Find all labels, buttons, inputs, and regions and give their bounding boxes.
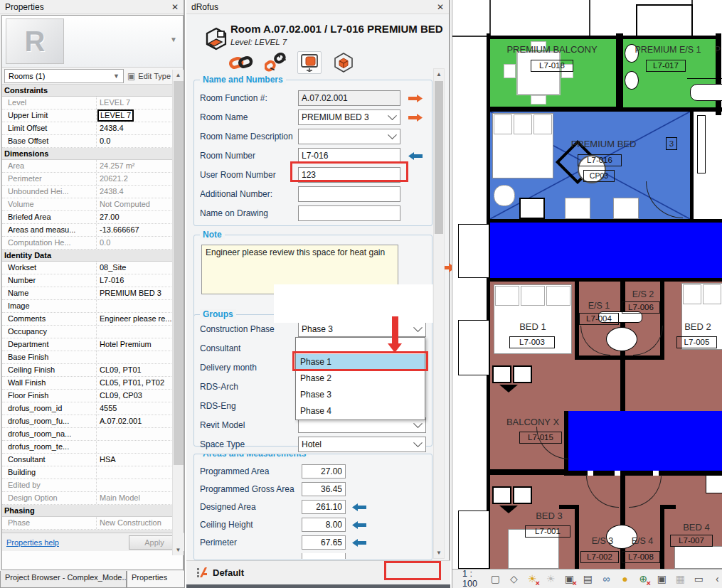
room-label[interactable]: BED 1 xyxy=(509,321,556,332)
property-row-workset[interactable]: Workset08_Site xyxy=(2,262,183,274)
chevron-down-icon[interactable]: ▼ xyxy=(170,36,177,43)
dropdown-option-phase-2[interactable]: Phase 2 xyxy=(296,370,425,387)
pull-from-revit-arrow-icon[interactable] xyxy=(351,538,367,547)
scroll-down-icon[interactable]: ▼ xyxy=(434,547,444,558)
shadows-3d-icon[interactable]: ◇ xyxy=(508,573,520,585)
property-value[interactable]: 4555 xyxy=(97,402,183,415)
property-value[interactable]: Engineer please re... xyxy=(97,313,183,325)
property-value[interactable]: LEVEL 7 xyxy=(97,97,183,109)
drofus-titlebar[interactable]: dRofus ✕ xyxy=(186,0,449,14)
reveal-constraints-icon[interactable]: ▭ xyxy=(693,573,705,585)
property-value[interactable]: -13.666667 xyxy=(97,224,183,236)
property-row-edited-by[interactable]: Edited by xyxy=(2,479,183,492)
property-value[interactable]: 2438.4 xyxy=(97,122,183,134)
property-value[interactable] xyxy=(97,428,183,440)
reveal-hidden-elements-icon[interactable]: ∞ xyxy=(600,573,612,585)
room-label[interactable]: E/S 2 xyxy=(623,289,663,299)
input-name-on-drawing[interactable] xyxy=(298,205,400,221)
input-programmed-area[interactable]: 27.00 xyxy=(302,464,346,479)
property-value[interactable] xyxy=(97,479,183,491)
property-value[interactable]: PREMIUM BED 3 xyxy=(97,287,183,299)
unlink-room-icon[interactable] xyxy=(263,51,287,74)
property-value[interactable]: Hotel Premium xyxy=(97,338,183,351)
property-value[interactable]: 08_Site xyxy=(97,262,183,274)
property-value[interactable]: 20621.2 xyxy=(97,173,183,185)
room-tag[interactable]: L7-005 xyxy=(676,336,717,348)
property-row-comments[interactable]: CommentsEngineer please re... xyxy=(2,313,183,326)
property-row-drofus-room-fu[interactable]: drofus_room_fu...A.07.02.001 xyxy=(2,415,183,428)
property-row-upper-limit[interactable]: Upper LimitLEVEL 7 xyxy=(2,109,183,122)
displacement-sets-icon[interactable]: ▣ xyxy=(656,573,668,585)
property-row-unbounded-hei[interactable]: Unbounded Hei...2438.4 xyxy=(2,186,183,198)
property-value[interactable]: CL09, PT01 xyxy=(97,364,183,376)
property-value[interactable]: L7-016 xyxy=(97,274,183,287)
finish-tag[interactable]: CP03 xyxy=(583,170,615,182)
property-row-phase[interactable]: PhaseNew Construction xyxy=(2,517,183,530)
property-row-briefed-area[interactable]: Briefed Area27.00 xyxy=(2,211,183,224)
room-label[interactable]: PREMIUM BALCONY xyxy=(495,44,609,55)
property-value[interactable]: 0.0 xyxy=(97,135,183,147)
property-value[interactable]: 2438.4 xyxy=(97,186,183,198)
property-row-occupancy[interactable]: Occupancy xyxy=(2,326,183,338)
analytical-model-icon[interactable]: ▦ xyxy=(674,573,686,585)
drofus-scrollbar[interactable]: ▲ ▼ xyxy=(433,68,445,559)
worksharing-display-icon[interactable]: ⊕× xyxy=(637,573,649,585)
property-row-drofus-room-te[interactable]: drofus_room_te... xyxy=(2,441,183,454)
room-label[interactable]: BED 3 xyxy=(526,511,572,521)
property-row-design-option[interactable]: Design OptionMain Model xyxy=(2,492,183,505)
room-label[interactable]: E/S 1 xyxy=(578,301,620,311)
room-tag[interactable]: L7-004 xyxy=(579,313,619,325)
property-section-constraints[interactable]: Constraints» xyxy=(2,85,183,97)
room-tag[interactable]: L7-007 xyxy=(670,535,713,547)
dropdown-option-phase-4[interactable]: Phase 4 xyxy=(296,403,425,419)
open-room-data-icon[interactable] xyxy=(297,51,322,74)
close-icon[interactable]: ✕ xyxy=(171,2,179,12)
property-row-level[interactable]: LevelLEVEL 7 xyxy=(2,97,183,109)
link-room-icon[interactable] xyxy=(229,51,253,74)
property-value[interactable] xyxy=(97,466,183,479)
property-value[interactable] xyxy=(97,441,183,453)
default-config-button[interactable]: Default xyxy=(196,567,244,579)
room-label[interactable]: BED 2 xyxy=(676,321,720,332)
chevron-down-icon[interactable] xyxy=(388,111,397,120)
property-row-floor-finish[interactable]: Floor FinishCL09, CP03 xyxy=(2,390,183,402)
property-row-name[interactable]: NamePREMIUM BED 3 xyxy=(2,287,183,300)
room-tag[interactable]: L7-018 xyxy=(531,60,573,72)
property-row-perimeter[interactable]: Perimeter20621.2 xyxy=(2,173,183,186)
type-selector-combo[interactable]: Rooms (1) ▼ xyxy=(4,69,124,83)
property-row-image[interactable]: Image xyxy=(2,300,183,313)
property-row-base-finish[interactable]: Base Finish xyxy=(2,351,183,364)
property-row-computation-he[interactable]: Computation He...0.0 xyxy=(2,237,183,250)
room-label[interactable]: PREMIUM E/S 1 xyxy=(623,45,713,55)
property-row-ceiling-finish[interactable]: Ceiling FinishCL09, PT01 xyxy=(2,364,183,377)
scroll-up-icon[interactable]: ▲ xyxy=(173,70,184,80)
temporary-hide-isolate-icon[interactable]: ● xyxy=(619,573,631,585)
property-row-base-offset[interactable]: Base Offset0.0 xyxy=(2,135,183,148)
chevron-down-icon[interactable] xyxy=(413,438,423,447)
floor-plan-view[interactable]: PREMIUM BALCONY L7-018 PREMIUM E/S 1 P L… xyxy=(452,0,722,569)
crop-region-icon[interactable]: ▤ xyxy=(582,573,594,585)
visual-style-icon[interactable]: ▢ xyxy=(489,573,501,585)
property-row-wall-finish[interactable]: Wall FinishCL05, PT01, PT02 xyxy=(2,377,183,390)
property-section-phasing[interactable]: Phasing» xyxy=(2,505,183,517)
room-tag[interactable]: L7-006 xyxy=(622,301,660,314)
property-value[interactable]: CL05, PT01, PT02 xyxy=(97,377,183,389)
construction-phase-dropdown[interactable]: Phase 1Phase 2Phase 3Phase 4 xyxy=(295,337,425,420)
property-value[interactable]: Not Computed xyxy=(97,198,183,210)
push-to-drofus-arrow-icon[interactable] xyxy=(408,94,423,103)
property-row-department[interactable]: DepartmentHotel Premium xyxy=(2,338,183,351)
property-value[interactable]: New Construction xyxy=(97,517,183,529)
property-row-drofus-room-id[interactable]: drofus_room_id4555 xyxy=(2,402,183,415)
property-row-drofus-room-na[interactable]: drofus_room_na... xyxy=(2,428,183,441)
properties-titlebar[interactable]: Properties ✕ xyxy=(0,0,184,14)
property-value[interactable]: 0.0 xyxy=(97,237,183,249)
property-value[interactable]: Main Model xyxy=(97,492,183,504)
collapse-bar-icon[interactable]: ‹ xyxy=(711,573,722,585)
room-label[interactable]: E/S 4 xyxy=(623,536,662,546)
room-tag[interactable]: L7-002 xyxy=(580,551,619,563)
view-scale[interactable]: 1 : 100 xyxy=(462,569,477,588)
properties-help-link[interactable]: Properties help xyxy=(6,538,59,547)
push-to-drofus-arrow-icon[interactable] xyxy=(408,113,423,122)
room-label[interactable]: BALCONY X xyxy=(497,417,569,427)
scrollbar-thumb[interactable] xyxy=(435,81,443,234)
